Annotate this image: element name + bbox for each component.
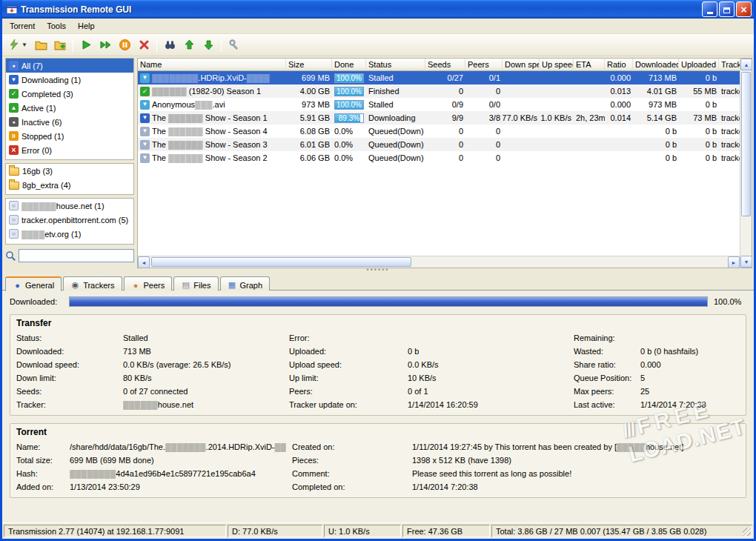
start-torrent-button[interactable] — [77, 36, 95, 54]
sidebar-item-tracker-etv[interactable]: ▒▒▒▒etv.org (1) — [6, 227, 133, 241]
stop-torrent-button[interactable] — [116, 36, 133, 54]
detail-value: 0 of 1 — [408, 385, 568, 398]
column-header-down_speed[interactable]: Down speed — [503, 59, 540, 71]
search-input[interactable] — [19, 249, 134, 262]
cell-seeds: 0 — [425, 151, 465, 165]
cell-done: 0.0% — [332, 138, 366, 151]
column-header-done[interactable]: Done — [332, 59, 366, 71]
cell-ratio: 0.013 — [605, 84, 633, 98]
start-all-button[interactable] — [96, 36, 114, 54]
title-bar[interactable]: Transmission Remote GUI × — [2, 0, 754, 19]
column-header-seeds[interactable]: Seeds — [425, 59, 465, 71]
column-header-name[interactable]: Name — [138, 59, 286, 71]
horizontal-scroll-thumb[interactable] — [151, 257, 411, 267]
sidebar-item-completed[interactable]: Completed (3) — [6, 87, 133, 101]
add-torrent-button[interactable] — [51, 36, 69, 54]
sidebar-item-inactive[interactable]: Inactive (6) — [6, 115, 133, 129]
torrent-row[interactable]: ▒▒▒▒▒▒ (1982-90) Season 14.00 GB100.0%Fi… — [138, 84, 740, 98]
detail-value: 1398 x 512 KB (have 1398) — [412, 454, 746, 467]
torrent-grid: Name:/share/hdd/data/16gb/The.▒▒▒▒▒▒▒.20… — [10, 440, 746, 494]
torrent-row[interactable]: The ▒▒▒▒▒▒ Show - Season 15.91 GB89.3%Do… — [138, 111, 740, 125]
detail-value: 0 b — [408, 345, 568, 358]
cell-downloaded: 973 MB — [633, 98, 679, 111]
tab-label: Files — [193, 281, 210, 290]
toolbar-separator — [156, 38, 157, 53]
sidebar-filter-list: All (7)Downloading (1)Completed (3)Activ… — [5, 58, 134, 160]
column-header-peers[interactable]: Peers — [465, 59, 503, 71]
scroll-left-button[interactable]: ◄ — [138, 256, 150, 268]
torrent-row[interactable]: The ▒▒▒▒▒▒ Show - Season 46.08 GB0.0%Que… — [138, 125, 740, 138]
statusbar-panel-2: U: 1.0 KB/s — [324, 525, 401, 537]
tab-peers[interactable]: Peers — [124, 276, 173, 291]
tab-general[interactable]: General — [5, 276, 62, 291]
done-progress-label: 89.3% — [335, 114, 363, 122]
cell-size: 6.01 GB — [286, 138, 332, 151]
cell-seeds: 0/27 — [425, 71, 465, 84]
menu-tools[interactable]: Tools — [41, 19, 72, 33]
maximize-button[interactable] — [719, 1, 735, 17]
column-header-up_speed[interactable]: Up speed — [540, 59, 574, 71]
torrent-group-title: Torrent — [10, 424, 746, 440]
sidebar-item-stopped[interactable]: Stopped (1) — [6, 129, 133, 143]
sidebar-item-active[interactable]: Active (1) — [6, 101, 133, 115]
column-header-tracker[interactable]: Tracker status — [719, 59, 740, 71]
scroll-up-button[interactable]: ▲ — [740, 59, 752, 70]
cell-uploaded: 0 b — [679, 125, 719, 138]
horizontal-scrollbar[interactable]: ◄ ► — [138, 256, 740, 268]
status-bar: Transmission 2.77 (14074) at 192.168.1.7… — [2, 522, 754, 539]
torrent-row[interactable]: The ▒▒▒▒▒▒ Show - Season 36.01 GB0.0%Que… — [138, 138, 740, 151]
column-header-uploaded[interactable]: Uploaded — [679, 59, 719, 71]
cell-downloaded: 713 MB — [633, 71, 679, 84]
tab-trackers[interactable]: Trackers — [63, 276, 122, 291]
splitter[interactable]: •••••• — [2, 268, 754, 275]
cell-uploaded: 0 b — [679, 151, 719, 165]
menu-bar: Torrent Tools Help — [2, 19, 754, 34]
detail-value: Please seed this torrent as long as poss… — [412, 467, 746, 480]
vertical-scrollbar[interactable]: ▲ ▼ — [740, 59, 752, 268]
sidebar-item-tracker-house[interactable]: ▒▒▒▒▒▒house.net (1) — [6, 199, 133, 213]
sidebar-item-folder-16gb[interactable]: 16gb (3) — [6, 164, 133, 178]
open-torrent-file-button[interactable] — [32, 36, 50, 54]
queued-icon — [140, 153, 150, 163]
horizontal-scroll-track[interactable] — [150, 256, 728, 268]
statusbar-panel-3: Free: 47.36 GB — [402, 525, 490, 537]
detail-label: Remaining: — [568, 331, 640, 345]
vertical-scroll-thumb[interactable] — [741, 72, 751, 216]
tab-files[interactable]: Files — [173, 276, 218, 291]
sidebar-item-label: Completed (3) — [21, 90, 73, 99]
menu-torrent[interactable]: Torrent — [4, 19, 41, 33]
vertical-scroll-track[interactable] — [740, 70, 752, 256]
scroll-right-button[interactable]: ► — [728, 256, 740, 268]
sidebar-item-tracker-openbittorrent[interactable]: tracker.openbittorrent.com (5) — [6, 213, 133, 227]
main-area: All (7)Downloading (1)Completed (3)Activ… — [2, 56, 754, 268]
remove-torrent-button[interactable] — [135, 36, 153, 54]
delete-x-icon — [138, 39, 150, 51]
torrent-row[interactable]: ▒▒▒▒▒▒▒▒.HDRip.XviD-▒▒▒▒699 MB100.0%Stal… — [138, 71, 740, 84]
close-button[interactable]: × — [736, 1, 752, 17]
minimize-button[interactable] — [702, 1, 717, 17]
column-header-eta[interactable]: ETA — [574, 59, 605, 71]
tab-graph[interactable]: Graph — [220, 276, 271, 291]
column-header-downloaded[interactable]: Downloaded — [633, 59, 679, 71]
scroll-down-button[interactable]: ▼ — [740, 256, 752, 268]
detail-value: 5 — [640, 371, 746, 385]
column-header-status[interactable]: Status — [366, 59, 425, 71]
sidebar-item-folder-8gb-extra[interactable]: 8gb_extra (4) — [6, 178, 133, 192]
find-button[interactable] — [161, 36, 179, 54]
connect-button[interactable]: ▼ — [5, 36, 30, 54]
torrent-row[interactable]: The ▒▒▒▒▒▒ Show - Season 26.06 GB0.0%Que… — [138, 151, 740, 165]
cell-ratio — [605, 125, 633, 138]
cell-downloaded: 0 b — [633, 138, 679, 151]
move-down-button[interactable] — [199, 36, 217, 54]
options-button[interactable] — [225, 36, 243, 54]
sidebar-item-downloading[interactable]: Downloading (1) — [6, 73, 133, 87]
torrent-row[interactable]: Anonymous▒▒▒.avi973 MB100.0%Stalled0/90/… — [138, 98, 740, 111]
column-header-size[interactable]: Size — [286, 59, 332, 71]
done-progressbar: 89.3% — [334, 113, 364, 123]
move-up-button[interactable] — [180, 36, 198, 54]
sidebar-item-all[interactable]: All (7) — [6, 59, 133, 73]
column-header-ratio[interactable]: Ratio — [605, 59, 633, 71]
sidebar-item-error[interactable]: Error (0) — [6, 143, 133, 157]
cell-downloaded: 0 b — [633, 125, 679, 138]
menu-help[interactable]: Help — [72, 19, 101, 33]
